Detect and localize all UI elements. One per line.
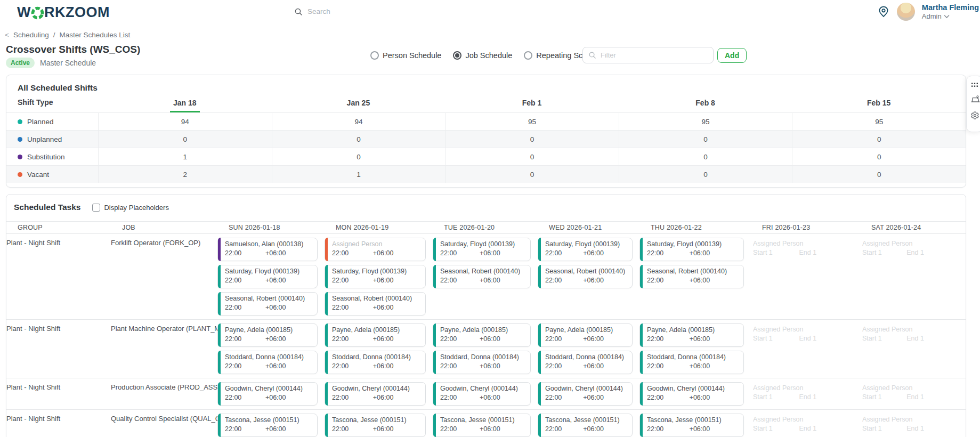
grid-dots-icon[interactable] — [970, 82, 979, 88]
week-header[interactable]: Feb 1 — [445, 98, 619, 112]
placeholder-times: Start 1End 1 — [862, 393, 959, 402]
shift-times: 22:00+06:00 — [647, 425, 739, 434]
breadcrumb-item-master-schedules[interactable]: Master Schedules List — [59, 31, 130, 39]
shift-type-row: Vacant21000 — [6, 165, 966, 183]
shift-card[interactable]: Goodwin, Cheryl (000144)22:00+06:00 — [433, 382, 531, 406]
shift-type-header: Shift Type — [6, 98, 98, 112]
shift-card[interactable]: Seasonal, Robert (000140)22:00+06:00 — [217, 292, 318, 315]
day-cell: Tascona, Jesse (000151)22:00+06:00 — [538, 414, 639, 437]
shift-card[interactable]: Seasonal, Robert (000140)22:00+06:00 — [538, 265, 633, 288]
placeholder-times: Start 1End 1 — [862, 424, 959, 433]
shift-start-time: 22:00 — [440, 362, 480, 371]
shift-type-dot — [18, 155, 22, 159]
workzoom-logo[interactable]: W RKZOOM — [17, 4, 110, 21]
shift-card[interactable]: Samuelson, Alan (000138)22:00+06:00 — [217, 238, 318, 261]
week-header[interactable]: Jan 25 — [272, 98, 446, 112]
shift-type-label-cell: Substitution — [6, 153, 98, 161]
shift-card[interactable]: Seasonal, Robert (000140)22:00+06:00 — [639, 265, 744, 288]
shift-card[interactable]: Saturday, Floyd (000139)22:00+06:00 — [433, 238, 531, 261]
shift-card[interactable]: Seasonal, Robert (000140)22:00+06:00 — [433, 265, 531, 288]
shift-person-name: Seasonal, Robert (000140) — [332, 294, 421, 303]
day-cell: Payne, Adela (000185)22:00+06:00Stoddard… — [325, 323, 433, 374]
breadcrumb-item-scheduling[interactable]: Scheduling — [13, 31, 49, 39]
shift-card[interactable]: Stoddard, Donna (000184)22:00+06:00 — [325, 351, 426, 374]
shift-card[interactable]: Payne, Adela (000185)22:00+06:00 — [639, 323, 744, 347]
user-info[interactable]: Martha Fleming Admin — [922, 3, 979, 20]
shift-accent-bar — [218, 238, 221, 261]
search-input[interactable] — [307, 7, 700, 15]
shift-card[interactable]: Saturday, Floyd (000139)22:00+06:00 — [538, 238, 633, 261]
shift-card[interactable]: Tascona, Jesse (000151)22:00+06:00 — [538, 414, 633, 437]
shift-type-dot — [18, 119, 22, 124]
add-button[interactable]: Add — [717, 48, 747, 63]
filter-box[interactable] — [582, 47, 714, 63]
shift-card[interactable]: Tascona, Jesse (000151)22:00+06:00 — [217, 414, 318, 437]
radio-job-schedule[interactable]: Job Schedule — [453, 51, 512, 60]
shift-start-time: 22:00 — [332, 335, 373, 344]
week-header[interactable]: Feb 8 — [619, 98, 792, 112]
shift-accent-bar — [325, 292, 328, 315]
shift-card[interactable]: Tascona, Jesse (000151)22:00+06:00 — [639, 414, 744, 437]
shift-card[interactable]: Goodwin, Cheryl (000144)22:00+06:00 — [639, 382, 744, 406]
group-cell: Plant - Night Shift — [6, 414, 111, 437]
settings-gear-icon[interactable] — [970, 111, 979, 120]
day-cell: Goodwin, Cheryl (000144)22:00+06:00 — [325, 382, 433, 406]
shift-count-cell: 0 — [445, 131, 619, 148]
display-placeholders-checkbox[interactable] — [92, 204, 100, 212]
shift-card[interactable]: Stoddard, Donna (000184)22:00+06:00 — [217, 351, 318, 374]
shift-person-name: Assigned Person — [332, 240, 421, 249]
radio-button[interactable] — [524, 51, 532, 60]
shift-card[interactable]: Saturday, Floyd (000139)22:00+06:00 — [639, 238, 744, 261]
shift-type-row: Substitution10000 — [6, 148, 966, 165]
shift-card[interactable]: Goodwin, Cheryl (000144)22:00+06:00 — [217, 382, 318, 406]
week-header[interactable]: Feb 15 — [792, 98, 966, 112]
radio-button[interactable] — [453, 51, 461, 60]
shift-start-time: 22:00 — [225, 249, 265, 258]
shift-times: 22:00+06:00 — [440, 393, 526, 402]
shifts-header-row: Shift Type Jan 18Jan 25Feb 1Feb 8Feb 15 — [6, 98, 966, 112]
shift-start-time: 22:00 — [545, 393, 583, 402]
shift-card[interactable]: Payne, Adela (000185)22:00+06:00 — [217, 323, 318, 347]
week-header[interactable]: Jan 18 — [98, 98, 272, 112]
filter-input[interactable] — [601, 51, 708, 59]
shift-card[interactable]: Payne, Adela (000185)22:00+06:00 — [538, 323, 633, 347]
shift-end-time: +06:00 — [373, 249, 421, 258]
day-cell: Samuelson, Alan (000138)22:00+06:00Satur… — [217, 238, 325, 315]
search-icon — [294, 7, 303, 16]
breadcrumb-back-icon[interactable]: < — [5, 31, 9, 39]
radio-person-schedule[interactable]: Person Schedule — [370, 51, 441, 60]
schedule-type-radio-group: Person Schedule Job Schedule Repeating S… — [370, 51, 606, 60]
shift-type-label: Vacant — [27, 171, 49, 179]
shift-card[interactable]: Stoddard, Donna (000184)22:00+06:00 — [433, 351, 531, 374]
shift-person-name: Goodwin, Cheryl (000144) — [545, 384, 628, 393]
shift-card[interactable]: Tascona, Jesse (000151)22:00+06:00 — [325, 414, 426, 437]
shift-person-name: Seasonal, Robert (000140) — [225, 294, 313, 303]
shift-card[interactable]: Saturday, Floyd (000139)22:00+06:00 — [325, 265, 426, 288]
user-avatar[interactable] — [897, 3, 915, 21]
day-cell: Payne, Adela (000185)22:00+06:00Stoddard… — [639, 323, 751, 374]
shift-card[interactable]: Goodwin, Cheryl (000144)22:00+06:00 — [538, 382, 633, 406]
shift-card[interactable]: Seasonal, Robert (000140)22:00+06:00 — [325, 292, 426, 315]
shift-card[interactable]: Goodwin, Cheryl (000144)22:00+06:00 — [325, 382, 426, 406]
shift-card[interactable]: Stoddard, Donna (000184)22:00+06:00 — [639, 351, 744, 374]
calendar-icon[interactable] — [970, 95, 980, 104]
shift-card[interactable]: Tascona, Jesse (000151)22:00+06:00 — [433, 414, 531, 437]
shift-card[interactable]: Saturday, Floyd (000139)22:00+06:00 — [217, 265, 318, 288]
day-cell: Assigned PersonStart 1End 1 — [751, 414, 860, 437]
shift-count-cell: 0 — [619, 131, 792, 148]
shift-card[interactable]: Payne, Adela (000185)22:00+06:00 — [325, 323, 426, 347]
radio-button[interactable] — [370, 51, 379, 60]
page-title: Crossover Shifts (WS_COS) — [6, 44, 140, 55]
vacant-shift-card[interactable]: Assigned Person22:00+06:00 — [325, 238, 426, 261]
shift-count-cell: 94 — [98, 113, 272, 130]
shift-start-time: 22:00 — [440, 335, 480, 344]
display-placeholders-control[interactable]: Display Placeholders — [92, 204, 168, 212]
shift-person-name: Stoddard, Donna (000184) — [332, 353, 421, 362]
global-search[interactable] — [288, 3, 707, 20]
shift-end-time: +06:00 — [583, 276, 628, 285]
shift-card[interactable]: Stoddard, Donna (000184)22:00+06:00 — [538, 351, 633, 374]
shift-card[interactable]: Payne, Adela (000185)22:00+06:00 — [433, 323, 531, 347]
placeholder-times: Start 1End 1 — [753, 393, 853, 402]
logo-text-suffix: RKZOOM — [44, 4, 110, 21]
location-pin-icon[interactable] — [877, 5, 890, 18]
